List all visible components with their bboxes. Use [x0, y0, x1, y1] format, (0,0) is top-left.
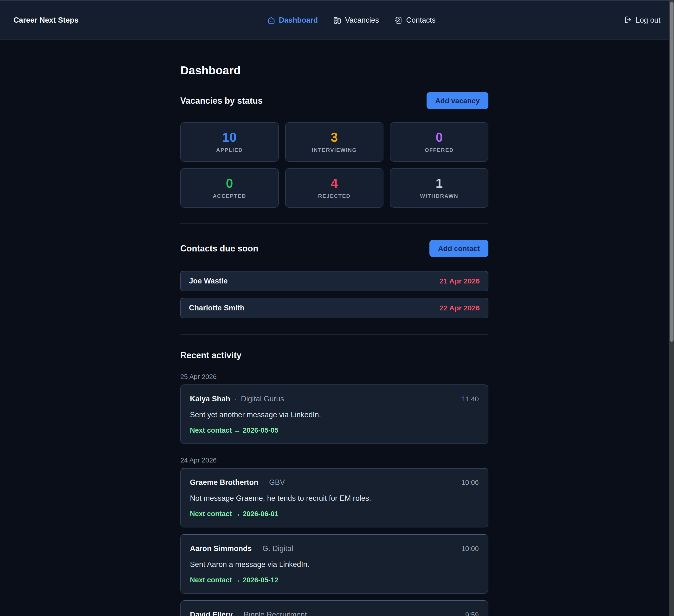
- stat-card-applied: 10 APPLIED: [180, 122, 279, 162]
- logout-button[interactable]: Log out: [624, 16, 661, 24]
- home-icon: [267, 16, 275, 24]
- vacancies-section-header: Vacancies by status Add vacancy: [180, 92, 488, 109]
- section-divider: [180, 334, 488, 335]
- page-title: Dashboard: [180, 65, 488, 76]
- stat-card-accepted: 0 ACCEPTED: [180, 168, 279, 208]
- contact-row-charlotte-smith[interactable]: Charlotte Smith 22 Apr 2026: [180, 298, 488, 318]
- activity-entry-name: Graeme Brotherton: [190, 478, 258, 487]
- main-area: Dashboard Vacancies by status Add vacanc…: [0, 40, 669, 616]
- activity-next-contact: Next contact → 2026-05-05: [190, 426, 479, 434]
- activity-card-graeme-brotherton[interactable]: Graeme Brotherton · GBV 10:06 Not messag…: [180, 468, 488, 527]
- activity-group-25-apr: 25 Apr 2026 Kaiya Shah · Digital Gurus 1…: [180, 373, 488, 444]
- vertical-scrollbar[interactable]: [669, 0, 674, 616]
- contact-name: Joe Wastie: [189, 277, 228, 285]
- dot-separator: ·: [234, 396, 237, 403]
- scrollbar-thumb[interactable]: [670, 2, 674, 342]
- nav-item-dashboard[interactable]: Dashboard: [267, 16, 318, 24]
- activity-entry-company: Digital Gurus: [241, 395, 284, 403]
- nav-item-vacancies[interactable]: Vacancies: [333, 16, 379, 24]
- stat-label-accepted: ACCEPTED: [213, 193, 246, 199]
- section-divider: [180, 224, 488, 224]
- activity-entry-message: Not message Graeme, he tends to recruit …: [190, 494, 479, 503]
- stat-value-applied: 10: [222, 131, 237, 144]
- stat-card-offered: 0 OFFERED: [390, 122, 488, 162]
- dot-separator: ·: [237, 611, 239, 616]
- activity-entry-message: Sent yet another message via LinkedIn.: [190, 410, 479, 419]
- stat-value-offered: 0: [436, 131, 443, 144]
- contact-due-date: 22 Apr 2026: [440, 304, 480, 312]
- nav-label-contacts: Contacts: [406, 16, 435, 24]
- activity-group-24-apr: 24 Apr 2026 Graeme Brotherton · GBV 10:0…: [180, 457, 488, 616]
- app-title: Career Next Steps: [13, 16, 79, 24]
- contacts-section-header: Contacts due soon Add contact: [180, 240, 488, 257]
- contacts-section-title: Contacts due soon: [180, 244, 258, 254]
- add-contact-button[interactable]: Add contact: [429, 240, 488, 257]
- contact-book-icon: [394, 16, 403, 24]
- activity-entry-message: Sent Aaron a message via LinkedIn.: [190, 560, 479, 569]
- activity-entry-time: 10:00: [461, 545, 479, 553]
- stat-value-rejected: 4: [331, 177, 338, 190]
- stat-label-offered: OFFERED: [425, 147, 454, 153]
- contact-row-joe-wastie[interactable]: Joe Wastie 21 Apr 2026: [180, 271, 488, 291]
- stat-value-accepted: 0: [226, 177, 233, 190]
- stat-card-withdrawn: 1 WITHDRAWN: [390, 168, 488, 208]
- activity-entry-time: 11:40: [462, 395, 479, 403]
- activity-entry-name: Kaiya Shah: [190, 395, 230, 403]
- activity-entry-time: 10:06: [461, 479, 479, 487]
- activity-card-kaiya-shah[interactable]: Kaiya Shah · Digital Gurus 11:40 Sent ye…: [180, 384, 488, 444]
- contact-name: Charlotte Smith: [189, 304, 245, 312]
- activity-card-aaron-simmonds[interactable]: Aaron Simmonds · G. Digital 10:00 Sent A…: [180, 534, 488, 594]
- activity-group-date: 25 Apr 2026: [180, 373, 488, 381]
- nav-item-contacts[interactable]: Contacts: [394, 16, 435, 24]
- dot-separator: ·: [263, 479, 265, 487]
- activity-entry-company: GBV: [269, 478, 285, 487]
- activity-next-contact: Next contact → 2026-05-12: [190, 576, 479, 584]
- stat-card-interviewing: 3 INTERVIEWING: [285, 122, 384, 162]
- activity-card-david-ellery[interactable]: David Ellery · Ripple Recruitment 9:59 S…: [180, 600, 488, 616]
- activity-group-date: 24 Apr 2026: [180, 457, 488, 464]
- stat-value-interviewing: 3: [331, 131, 338, 144]
- activity-section-header: Recent activity: [180, 350, 488, 360]
- activity-next-contact: Next contact → 2026-06-01: [190, 510, 479, 518]
- stat-value-withdrawn: 1: [436, 177, 443, 190]
- add-vacancy-button[interactable]: Add vacancy: [427, 92, 488, 109]
- dot-separator: ·: [256, 545, 258, 553]
- stat-label-interviewing: INTERVIEWING: [312, 147, 357, 153]
- logout-label: Log out: [636, 16, 661, 24]
- activity-section-title: Recent activity: [180, 350, 241, 360]
- app-header: Career Next Steps Dashboard: [0, 0, 674, 40]
- stat-label-withdrawn: WITHDRAWN: [420, 193, 458, 199]
- stat-label-applied: APPLIED: [216, 147, 243, 153]
- activity-entry-company: Ripple Recruitment: [243, 610, 307, 616]
- main-nav: Dashboard Vacancies: [267, 16, 436, 24]
- nav-label-dashboard: Dashboard: [279, 16, 318, 24]
- building-person-icon: [333, 16, 341, 24]
- activity-entry-name: Aaron Simmonds: [190, 544, 252, 553]
- nav-label-vacancies: Vacancies: [345, 16, 379, 24]
- activity-entry-company: G. Digital: [262, 544, 293, 553]
- logout-icon: [624, 16, 632, 24]
- contact-due-date: 21 Apr 2026: [440, 277, 480, 285]
- vacancy-stats-grid: 10 APPLIED 3 INTERVIEWING 0 OFFERED 0 AC…: [180, 122, 488, 208]
- activity-entry-time: 9:59: [465, 611, 479, 616]
- contacts-due-list: Joe Wastie 21 Apr 2026 Charlotte Smith 2…: [180, 271, 488, 318]
- stat-card-rejected: 4 REJECTED: [285, 168, 384, 208]
- stat-label-rejected: REJECTED: [318, 193, 351, 199]
- vacancies-section-title: Vacancies by status: [180, 96, 263, 106]
- activity-entry-name: David Ellery: [190, 610, 233, 616]
